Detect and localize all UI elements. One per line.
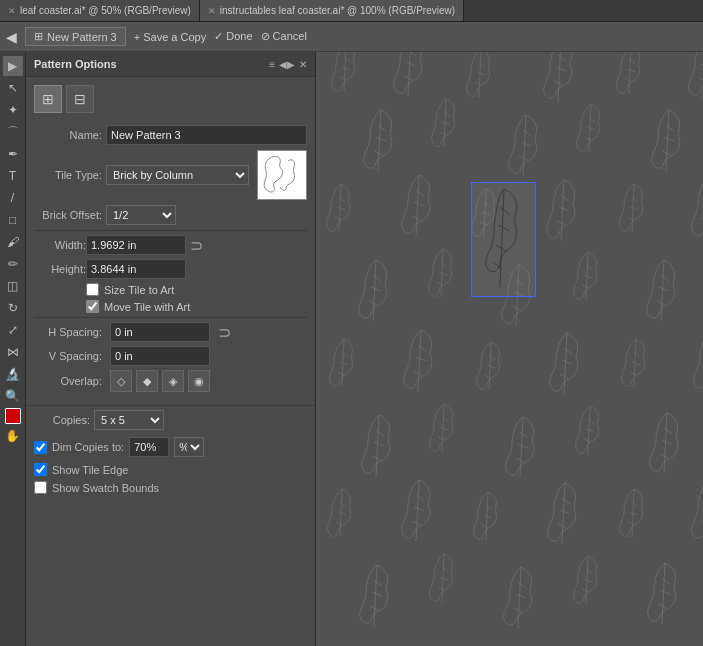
- overlap-btn-2[interactable]: ◆: [136, 370, 158, 392]
- size-tile-row: Size Tile to Art: [34, 283, 307, 296]
- overlap-btn-4[interactable]: ◉: [188, 370, 210, 392]
- color-fill[interactable]: [5, 408, 21, 424]
- show-swatch-label: Show Swatch Bounds: [52, 482, 159, 494]
- tab-2-label: instructables leaf coaster.ai* @ 100% (R…: [220, 5, 455, 16]
- pattern-options-panel: Pattern Options ≡ ◀▶ ✕ ⊞ ⊟ Name: Tile Ty…: [26, 52, 316, 646]
- dim-copies-row: Dim Copies to: %: [26, 435, 315, 461]
- panel-expand-icon[interactable]: ◀▶: [279, 59, 295, 70]
- top-toolbar: ◀ ⊞ New Pattern 3 + Save a Copy ✓ Done ⊘…: [0, 22, 703, 52]
- show-swatch-row: Show Swatch Bounds: [26, 479, 315, 498]
- height-input[interactable]: [86, 259, 186, 279]
- pattern-name-label: New Pattern 3: [47, 31, 117, 43]
- close-icon-1[interactable]: ✕: [8, 6, 16, 16]
- tile-type-select[interactable]: Brick by Column Brick by Row Grid Hex by…: [106, 165, 249, 185]
- eraser-tool[interactable]: ◫: [3, 276, 23, 296]
- height-label: Height:: [42, 263, 86, 275]
- v-spacing-label: V Spacing:: [34, 350, 102, 362]
- zoom-tool[interactable]: 🔍: [3, 386, 23, 406]
- name-row: Name:: [34, 125, 307, 145]
- overlap-btn-1[interactable]: ◇: [110, 370, 132, 392]
- panel-menu-icon[interactable]: ≡: [269, 59, 275, 70]
- size-tile-checkbox[interactable]: [86, 283, 99, 296]
- show-tile-edge-checkbox[interactable]: [34, 463, 47, 476]
- brick-offset-row: Brick Offset: 1/2 1/3 1/4: [34, 205, 307, 225]
- show-tile-edge-row: Show Tile Edge: [26, 461, 315, 479]
- canvas-area: [316, 52, 703, 646]
- line-tool[interactable]: /: [3, 188, 23, 208]
- link-chain-icon: ⊃: [190, 236, 203, 255]
- show-swatch-checkbox[interactable]: [34, 481, 47, 494]
- paintbrush-tool[interactable]: 🖌: [3, 232, 23, 252]
- h-spacing-input[interactable]: [110, 322, 210, 342]
- form-section: Name: Tile Type: Brick by Column Brick b…: [26, 121, 315, 401]
- pen-tool[interactable]: ✒: [3, 144, 23, 164]
- v-spacing-row: V Spacing:: [34, 346, 307, 366]
- rotate-tool[interactable]: ↻: [3, 298, 23, 318]
- overlap-btn-3[interactable]: ◈: [162, 370, 184, 392]
- width-row: Width: ⊃: [34, 235, 307, 255]
- width-input[interactable]: [86, 235, 186, 255]
- rect-tool[interactable]: □: [3, 210, 23, 230]
- copies-row: Copies: 5 x 5 3 x 3 7 x 7: [26, 410, 315, 430]
- copies-label: Copies:: [34, 414, 90, 426]
- scale-tool[interactable]: ⤢: [3, 320, 23, 340]
- select-tool[interactable]: ▶: [3, 56, 23, 76]
- done-button[interactable]: ✓ Done: [214, 30, 252, 43]
- dim-copies-label: Dim Copies to:: [52, 441, 124, 453]
- brick-offset-select[interactable]: 1/2 1/3 1/4: [106, 205, 176, 225]
- tab-1[interactable]: ✕ leaf coaster.ai* @ 50% (RGB/Preview): [0, 0, 200, 21]
- eyedropper-tool[interactable]: 🔬: [3, 364, 23, 384]
- panel-close-icon[interactable]: ✕: [299, 59, 307, 70]
- toolbox: ▶ ↖ ✦ ⌒ ✒ T / □ 🖌 ✏ ◫ ↻ ⤢ ⋈ 🔬 🔍 ✋: [0, 52, 26, 646]
- lasso-tool[interactable]: ⌒: [3, 122, 23, 142]
- grid-type-2[interactable]: ⊟: [66, 85, 94, 113]
- panel-controls: ≡ ◀▶ ✕: [269, 59, 307, 70]
- divider-1: [34, 230, 307, 231]
- main-area: ▶ ↖ ✦ ⌒ ✒ T / □ 🖌 ✏ ◫ ↻ ⤢ ⋈ 🔬 🔍 ✋ Patter…: [0, 52, 703, 646]
- tile-type-label: Tile Type:: [34, 169, 102, 181]
- grid-icon-area: ⊞ ⊟: [26, 77, 315, 121]
- close-icon-2[interactable]: ✕: [208, 6, 216, 16]
- v-spacing-input[interactable]: [110, 346, 210, 366]
- overlap-row: Overlap: ◇ ◆ ◈ ◉: [34, 370, 307, 392]
- dim-copies-checkbox[interactable]: [34, 441, 47, 454]
- move-tile-checkbox[interactable]: [86, 300, 99, 313]
- move-tile-label: Move Tile with Art: [104, 301, 190, 313]
- tile-type-row: Tile Type: Brick by Column Brick by Row …: [34, 150, 307, 200]
- divider-2: [34, 317, 307, 318]
- tile-outline: [471, 182, 536, 297]
- type-tool[interactable]: T: [3, 166, 23, 186]
- panel-header: Pattern Options ≡ ◀▶ ✕: [26, 52, 315, 77]
- show-tile-edge-label: Show Tile Edge: [52, 464, 128, 476]
- tab-2[interactable]: ✕ instructables leaf coaster.ai* @ 100% …: [200, 0, 464, 21]
- tab-bar: ✕ leaf coaster.ai* @ 50% (RGB/Preview) ✕…: [0, 0, 703, 22]
- direct-select-tool[interactable]: ↖: [3, 78, 23, 98]
- grid-type-1[interactable]: ⊞: [34, 85, 62, 113]
- pattern-background: [316, 52, 703, 646]
- save-copy-button[interactable]: + Save a Copy: [134, 31, 206, 43]
- overlap-label: Overlap:: [42, 375, 102, 387]
- h-v-link-icon: ⊃: [218, 323, 231, 342]
- divider-3: [26, 405, 315, 406]
- hand-tool[interactable]: ✋: [3, 426, 23, 446]
- pencil-tool[interactable]: ✏: [3, 254, 23, 274]
- dim-copies-value-input[interactable]: [129, 437, 169, 457]
- name-input[interactable]: [106, 125, 307, 145]
- size-tile-label: Size Tile to Art: [104, 284, 174, 296]
- magic-wand-tool[interactable]: ✦: [3, 100, 23, 120]
- move-tile-row: Move Tile with Art: [34, 300, 307, 313]
- name-label: Name:: [34, 129, 102, 141]
- dim-copies-unit-select[interactable]: %: [174, 437, 204, 457]
- copies-select[interactable]: 5 x 5 3 x 3 7 x 7: [94, 410, 164, 430]
- height-row: Height:: [34, 259, 307, 279]
- pattern-grid-icon: ⊞: [34, 30, 43, 43]
- back-arrow-icon[interactable]: ◀: [6, 29, 17, 45]
- h-spacing-row: H Spacing: ⊃: [34, 322, 307, 342]
- pattern-name-badge: ⊞ New Pattern 3: [25, 27, 126, 46]
- panel-title: Pattern Options: [34, 58, 117, 70]
- tab-1-label: leaf coaster.ai* @ 50% (RGB/Preview): [20, 5, 191, 16]
- cancel-button[interactable]: ⊘ Cancel: [261, 30, 307, 43]
- h-spacing-label: H Spacing:: [34, 326, 102, 338]
- blend-tool[interactable]: ⋈: [3, 342, 23, 362]
- brick-offset-label: Brick Offset:: [34, 209, 102, 221]
